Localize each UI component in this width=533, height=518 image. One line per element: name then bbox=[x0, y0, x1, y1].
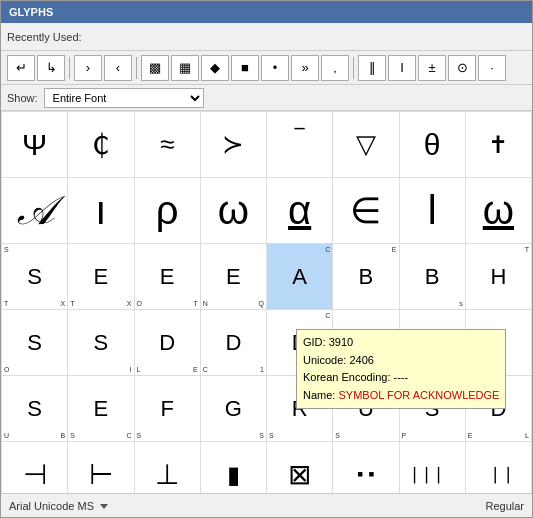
glyph-cell[interactable]: ⊠ bbox=[267, 442, 333, 494]
toolbar-sep-3 bbox=[353, 57, 354, 79]
toolbar-indent[interactable]: ↳ bbox=[37, 55, 65, 81]
glyph-cell[interactable]: ≈ bbox=[134, 112, 200, 178]
glyph-cell[interactable]: 2 bbox=[333, 310, 399, 376]
glyph-cell[interactable]: S I bbox=[68, 310, 134, 376]
glyph-cell[interactable]: D L E bbox=[134, 310, 200, 376]
recently-used-bar: Recently Used: bbox=[1, 23, 532, 51]
table-row: S O S I D L E bbox=[2, 310, 532, 376]
glyph-cell[interactable]: l bbox=[399, 178, 465, 244]
glyph-cell[interactable]: ▮ bbox=[200, 442, 266, 494]
glyph-cell[interactable]: D C bbox=[267, 310, 333, 376]
glyph-cell[interactable]: ▏▏▏ bbox=[399, 442, 465, 494]
recently-used-label: Recently Used: bbox=[7, 31, 82, 43]
toolbar-circle[interactable]: ⊙ bbox=[448, 55, 476, 81]
bottom-bar: Arial Unicode MS Regular bbox=[1, 493, 532, 517]
glyph-cell[interactable]: E S C bbox=[68, 376, 134, 442]
glyph-cell[interactable]: U S bbox=[333, 376, 399, 442]
glyph-cell[interactable]: ω bbox=[465, 178, 531, 244]
toolbar-dblr[interactable]: » bbox=[291, 55, 319, 81]
glyph-cell[interactable]: θ bbox=[399, 112, 465, 178]
toolbar-sep-1 bbox=[69, 57, 70, 79]
toolbar-bracket-r[interactable]: › bbox=[74, 55, 102, 81]
glyph-cell[interactable]: ✝ bbox=[465, 112, 531, 178]
glyph-cell[interactable]: ı bbox=[68, 178, 134, 244]
glyph-cell[interactable]: ρ bbox=[134, 178, 200, 244]
table-row: 𝒜 ı ρ ω α ∈ l ω bbox=[2, 178, 532, 244]
glyphs-window: GLYPHS Recently Used: ↵ ↳ › ‹ ▩ ▦ ◆ ■ • … bbox=[0, 0, 533, 518]
toolbar-bar[interactable]: I bbox=[388, 55, 416, 81]
toolbar-middot[interactable]: · bbox=[478, 55, 506, 81]
table-row: ⊣ ⊢ ⊥ ▮ ⊠ ▪ ▪ ▏▏▏ ▕▕ bbox=[2, 442, 532, 494]
glyph-cell[interactable]: ⊥ bbox=[134, 442, 200, 494]
toolbar-diamond[interactable]: ◆ bbox=[201, 55, 229, 81]
glyph-cell[interactable]: ∈ bbox=[333, 178, 399, 244]
font-dropdown-icon[interactable] bbox=[98, 500, 110, 512]
show-row: Show: Entire Font By Unicode Subset By C… bbox=[1, 85, 532, 111]
glyph-cell[interactable]: E N Q bbox=[200, 244, 266, 310]
glyph-cell[interactable]: S U B bbox=[2, 376, 68, 442]
glyph-cell[interactable]: ‾ bbox=[267, 112, 333, 178]
glyph-cell[interactable]: A C bbox=[267, 244, 333, 310]
show-select[interactable]: Entire Font By Unicode Subset By CID/GID… bbox=[44, 88, 204, 108]
glyph-table: Ψ ₵ ≈ ≻ ‾ ▽ θ ✝ 𝒜 ı ρ ω α ∈ l bbox=[1, 111, 532, 493]
glyph-grid: Ψ ₵ ≈ ≻ ‾ ▽ θ ✝ 𝒜 ı ρ ω α ∈ l bbox=[1, 111, 532, 493]
toolbar-grid2[interactable]: ▦ bbox=[171, 55, 199, 81]
glyph-cell[interactable]: E T X bbox=[68, 244, 134, 310]
toolbar-return[interactable]: ↵ bbox=[7, 55, 35, 81]
show-label: Show: bbox=[7, 92, 38, 104]
glyph-cell[interactable]: α bbox=[267, 178, 333, 244]
glyph-cell[interactable]: G S bbox=[200, 376, 266, 442]
glyph-cell[interactable]: K bbox=[465, 310, 531, 376]
font-style-label: Regular bbox=[485, 500, 524, 512]
toolbar-comma[interactable]: ‚ bbox=[321, 55, 349, 81]
window-title: GLYPHS bbox=[9, 6, 53, 18]
title-bar: GLYPHS bbox=[1, 1, 532, 23]
toolbar-dot[interactable]: • bbox=[261, 55, 289, 81]
toolbar-grid1[interactable]: ▩ bbox=[141, 55, 169, 81]
glyph-cell[interactable]: 𝒜 bbox=[2, 178, 68, 244]
toolbar: ↵ ↳ › ‹ ▩ ▦ ◆ ■ • » ‚ ‖ I ± ⊙ · bbox=[1, 51, 532, 85]
glyph-cell[interactable]: ₵ bbox=[68, 112, 134, 178]
table-row: Ψ ₵ ≈ ≻ ‾ ▽ θ ✝ bbox=[2, 112, 532, 178]
glyph-cell[interactable]: E O T bbox=[134, 244, 200, 310]
glyph-cell[interactable]: S P bbox=[399, 376, 465, 442]
svg-marker-0 bbox=[100, 504, 108, 509]
glyph-cell[interactable]: ▕▕ bbox=[465, 442, 531, 494]
glyph-cell[interactable]: R S bbox=[267, 376, 333, 442]
glyph-cell[interactable]: F S bbox=[134, 376, 200, 442]
toolbar-plusminus[interactable]: ± bbox=[418, 55, 446, 81]
glyph-cell[interactable]: D C 1 bbox=[200, 310, 266, 376]
glyph-cell[interactable]: Ψ bbox=[2, 112, 68, 178]
glyph-cell[interactable]: 3 bbox=[399, 310, 465, 376]
glyph-cell[interactable]: B s bbox=[399, 244, 465, 310]
table-row: S S T X E T X bbox=[2, 244, 532, 310]
glyph-cell[interactable]: ▪ ▪ bbox=[333, 442, 399, 494]
glyph-cell[interactable]: S O bbox=[2, 310, 68, 376]
glyph-cell[interactable]: ω bbox=[200, 178, 266, 244]
toolbar-square[interactable]: ■ bbox=[231, 55, 259, 81]
glyph-cell[interactable]: ⊢ bbox=[68, 442, 134, 494]
toolbar-sep-2 bbox=[136, 57, 137, 79]
toolbar-bracket-l[interactable]: ‹ bbox=[104, 55, 132, 81]
glyph-cell[interactable]: S S T X bbox=[2, 244, 68, 310]
table-row: S U B E S C F bbox=[2, 376, 532, 442]
glyph-cell[interactable]: H T bbox=[465, 244, 531, 310]
glyph-cell[interactable]: D E L bbox=[465, 376, 531, 442]
glyph-cell[interactable]: ▽ bbox=[333, 112, 399, 178]
font-name-label: Arial Unicode MS bbox=[9, 500, 94, 512]
glyph-cell[interactable]: ≻ bbox=[200, 112, 266, 178]
glyph-cell[interactable]: B E bbox=[333, 244, 399, 310]
glyph-cell[interactable]: ⊣ bbox=[2, 442, 68, 494]
toolbar-dblbar[interactable]: ‖ bbox=[358, 55, 386, 81]
